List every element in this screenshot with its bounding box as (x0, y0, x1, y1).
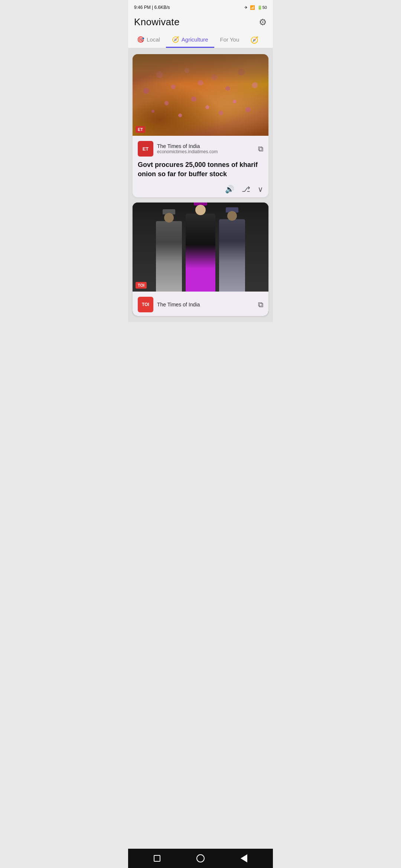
fig-left-head (164, 213, 174, 223)
figure-group (156, 206, 245, 292)
fig-left (156, 221, 182, 292)
external-link-icon-2[interactable]: ⧉ (258, 300, 263, 309)
card-1-headline: Govt procures 25,000 tonnes of kharif on… (138, 160, 263, 179)
card-1-body: ET The Times of India economictimes.indi… (133, 136, 268, 197)
people-silhouette (133, 54, 268, 84)
tab-agriculture[interactable]: 🧭 Agriculture (166, 32, 214, 48)
tab-more[interactable]: 🧭 (245, 32, 264, 48)
source-name-2: The Times of India (157, 302, 200, 308)
news-card-1: ET ET The Times of India economictimes.i… (133, 54, 268, 197)
app-header: Knowivate ⚙ (128, 13, 273, 32)
fig-center (186, 214, 215, 292)
source-row-1: ET The Times of India economictimes.indi… (138, 141, 263, 157)
tab-local-label: Local (147, 36, 160, 43)
content-area: ET ET The Times of India economictimes.i… (128, 48, 273, 322)
external-link-icon-1[interactable]: ⧉ (258, 145, 263, 153)
settings-icon[interactable]: ⚙ (259, 17, 267, 27)
audio-icon[interactable]: 🔊 (225, 185, 234, 194)
local-icon: 🎯 (137, 36, 144, 43)
card-1-image: ET (133, 54, 268, 136)
battery-icon: 🔋 50 (257, 5, 267, 10)
fig-right-head (227, 211, 237, 221)
airplane-icon: ✈ (244, 5, 248, 10)
tab-agriculture-label: Agriculture (182, 36, 208, 43)
expand-icon[interactable]: ∨ (258, 185, 263, 194)
card-1-actions: 🔊 ⎇ ∨ (138, 183, 263, 194)
source-info-1: ET The Times of India economictimes.indi… (138, 141, 218, 157)
fig-center-head (195, 205, 206, 215)
agriculture-icon: 🧭 (172, 36, 179, 43)
news-card-2: TOI TOI The Times of India ⧉ (133, 203, 268, 316)
card-2-image: TOI (133, 203, 268, 292)
card-2-body: TOI The Times of India ⧉ (133, 292, 268, 316)
status-icons: ✈ 📶 🔋 50 (244, 5, 267, 10)
status-bar: 9:46 PM | 6.6KB/s ✈ 📶 🔋 50 (128, 0, 273, 13)
more-icon: 🧭 (250, 36, 258, 44)
source-logo-1: ET (138, 141, 153, 157)
tab-foryou[interactable]: For You (214, 33, 245, 47)
source-info-2: TOI The Times of India (138, 297, 200, 312)
tabs-bar: 🎯 Local 🧭 Agriculture For You 🧭 (128, 32, 273, 48)
tab-local[interactable]: 🎯 Local (131, 32, 166, 48)
status-time: 9:46 PM | 6.6KB/s (134, 5, 170, 10)
source-logo-2: TOI (138, 297, 153, 312)
source-name-1: The Times of India (157, 143, 218, 149)
card-1-badge: ET (136, 126, 145, 133)
source-row-2: TOI The Times of India ⧉ (138, 297, 263, 312)
app-title: Knowivate (134, 16, 180, 28)
tab-foryou-label: For You (220, 36, 239, 43)
source-text-1: The Times of India economictimes.indiati… (157, 143, 218, 154)
share-icon[interactable]: ⎇ (242, 185, 250, 194)
card-2-badge: TOI (136, 282, 147, 289)
wifi-icon: 📶 (250, 5, 255, 10)
fig-right (219, 219, 245, 292)
source-text-2: The Times of India (157, 302, 200, 308)
source-url-1: economictimes.indiatimes.com (157, 149, 218, 154)
